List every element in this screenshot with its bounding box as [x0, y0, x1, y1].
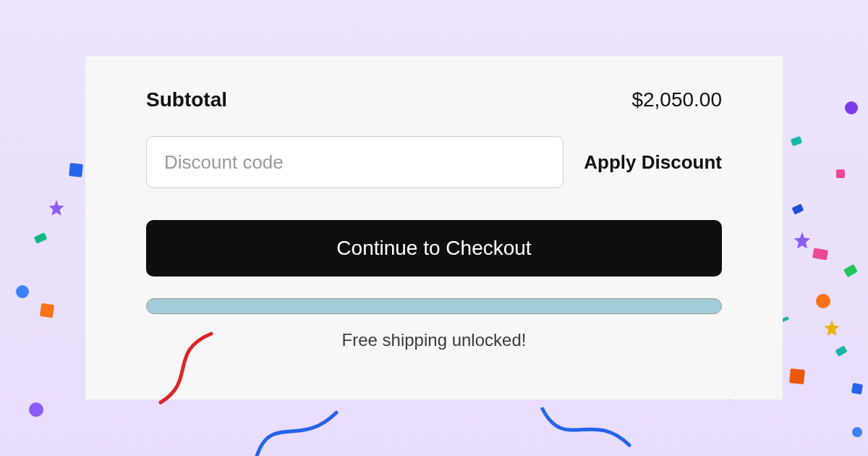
confetti-square-icon	[836, 169, 845, 178]
confetti-star-icon	[822, 318, 842, 339]
confetti-square-icon	[851, 383, 863, 394]
confetti-square-icon	[792, 204, 804, 215]
confetti-dot-icon	[816, 294, 830, 308]
discount-row: Apply Discount	[146, 136, 722, 188]
confetti-square-icon	[843, 264, 858, 277]
confetti-square-icon	[812, 248, 828, 260]
confetti-star-icon	[791, 230, 813, 252]
confetti-dot-icon	[852, 427, 862, 437]
confetti-square-icon	[69, 163, 83, 177]
confetti-dot-icon	[29, 402, 43, 417]
confetti-dot-icon	[845, 101, 858, 114]
confetti-square-icon	[34, 232, 48, 244]
confetti-square-icon	[40, 303, 54, 318]
free-shipping-progress-bar	[146, 298, 722, 314]
confetti-dot-icon	[16, 285, 29, 298]
confetti-streamer-icon	[535, 402, 637, 456]
confetti-square-icon	[835, 345, 847, 357]
subtotal-row: Subtotal $2,050.00	[146, 88, 722, 111]
subtotal-amount: $2,050.00	[631, 88, 722, 111]
checkout-card: Subtotal $2,050.00 Apply Discount Contin…	[85, 56, 783, 400]
confetti-streamer-icon	[250, 405, 344, 456]
confetti-star-icon	[46, 198, 67, 219]
apply-discount-button[interactable]: Apply Discount	[584, 151, 722, 174]
subtotal-label: Subtotal	[146, 88, 227, 111]
confetti-streamer-icon	[153, 330, 233, 410]
continue-to-checkout-button[interactable]: Continue to Checkout	[146, 220, 722, 276]
discount-code-input[interactable]	[146, 136, 563, 188]
confetti-square-icon	[791, 136, 803, 146]
